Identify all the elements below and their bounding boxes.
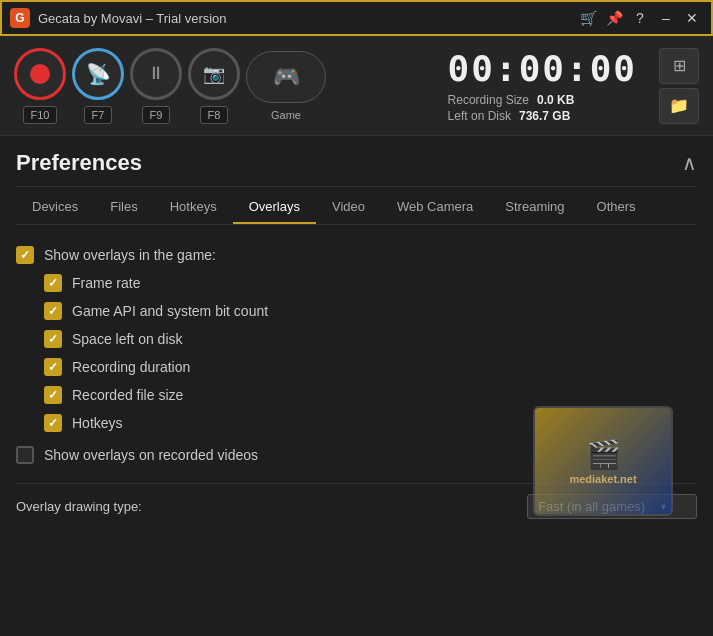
game-api-checkbox[interactable] xyxy=(44,302,62,320)
cart-button[interactable]: 🛒 xyxy=(577,7,599,29)
hotkeys-label: Hotkeys xyxy=(72,415,123,431)
pause-group: ⏸ F9 xyxy=(130,48,182,124)
overlay-settings: Show overlays in the game: Frame rate Ga… xyxy=(16,225,697,479)
preferences-header: Preferences ∧ xyxy=(16,136,697,187)
frame-rate-checkbox[interactable] xyxy=(44,274,62,292)
tab-others[interactable]: Others xyxy=(581,191,652,224)
screenshot-group: 📷 F8 xyxy=(188,48,240,124)
tab-video[interactable]: Video xyxy=(316,191,381,224)
screenshot-key: F8 xyxy=(200,106,229,124)
game-toggle-button[interactable]: 🎮 xyxy=(246,51,326,103)
pause-key: F9 xyxy=(142,106,171,124)
pause-icon: ⏸ xyxy=(147,63,165,84)
rec-duration-checkbox[interactable] xyxy=(44,358,62,376)
capture-icon: ⊞ xyxy=(673,56,686,75)
show-on-recorded-label: Show overlays on recorded videos xyxy=(44,447,258,463)
space-disk-checkbox[interactable] xyxy=(44,330,62,348)
hotkeys-row: Hotkeys xyxy=(16,409,697,437)
app-window: G Gecata by Movavi – Trial version 🛒 📌 ?… xyxy=(0,0,713,636)
left-on-disk-row: Left on Disk 736.7 GB xyxy=(448,109,575,123)
tab-streaming[interactable]: Streaming xyxy=(489,191,580,224)
timer-meta: Recording Size 0.0 KB Left on Disk 736.7… xyxy=(448,93,575,123)
overlay-type-value: Fast (in all games) xyxy=(538,499,645,514)
show-on-recorded-checkbox[interactable] xyxy=(16,446,34,464)
rec-duration-label: Recording duration xyxy=(72,359,190,375)
preferences-title: Preferences xyxy=(16,150,142,176)
folder-icon: 📁 xyxy=(669,96,689,115)
tab-devices[interactable]: Devices xyxy=(16,191,94,224)
stream-button[interactable]: 📡 xyxy=(72,48,124,100)
rec-filesize-label: Recorded file size xyxy=(72,387,183,403)
side-buttons: ⊞ 📁 xyxy=(659,48,699,124)
game-api-row: Game API and system bit count xyxy=(16,297,697,325)
tab-webcamera[interactable]: Web Camera xyxy=(381,191,489,224)
show-on-recorded-row: Show overlays on recorded videos xyxy=(16,441,697,469)
pin-button[interactable]: 📌 xyxy=(603,7,625,29)
capture-mode-button[interactable]: ⊞ xyxy=(659,48,699,84)
space-disk-row: Space left on disk xyxy=(16,325,697,353)
space-disk-label: Space left on disk xyxy=(72,331,183,347)
overlay-type-label: Overlay drawing type: xyxy=(16,499,142,514)
record-button[interactable] xyxy=(14,48,66,100)
close-button[interactable]: ✕ xyxy=(681,7,703,29)
timer-area: 00:00:00 Recording Size 0.0 KB Left on D… xyxy=(448,48,637,123)
tab-hotkeys[interactable]: Hotkeys xyxy=(154,191,233,224)
tab-overlays[interactable]: Overlays xyxy=(233,191,316,224)
game-icon: 🎮 xyxy=(273,64,300,90)
record-group: F10 xyxy=(14,48,66,124)
rec-filesize-row: Recorded file size xyxy=(16,381,697,409)
tabs-bar: Devices Files Hotkeys Overlays Video Web… xyxy=(16,187,697,225)
rec-filesize-checkbox[interactable] xyxy=(44,386,62,404)
recording-size-value: 0.0 KB xyxy=(537,93,574,107)
screenshot-button[interactable]: 📷 xyxy=(188,48,240,100)
stream-group: 📡 F7 xyxy=(72,48,124,124)
pause-button[interactable]: ⏸ xyxy=(130,48,182,100)
toolbar: F10 📡 F7 ⏸ F9 📷 F8 🎮 xyxy=(0,36,713,136)
app-icon: G xyxy=(10,8,30,28)
timer-display: 00:00:00 xyxy=(448,48,637,89)
show-in-game-row: Show overlays in the game: xyxy=(16,241,697,269)
overlay-type-dropdown[interactable]: Fast (in all games) xyxy=(527,494,697,519)
content-area: Preferences ∧ Devices Files Hotkeys Over… xyxy=(0,136,713,636)
show-in-game-checkbox[interactable] xyxy=(16,246,34,264)
stream-key: F7 xyxy=(84,106,113,124)
game-api-label: Game API and system bit count xyxy=(72,303,268,319)
recording-size-row: Recording Size 0.0 KB xyxy=(448,93,575,107)
left-on-disk-value: 736.7 GB xyxy=(519,109,570,123)
rec-duration-row: Recording duration xyxy=(16,353,697,381)
collapse-button[interactable]: ∧ xyxy=(682,151,697,175)
tab-files[interactable]: Files xyxy=(94,191,153,224)
hotkeys-checkbox[interactable] xyxy=(44,414,62,432)
record-key: F10 xyxy=(23,106,58,124)
game-label: Game xyxy=(271,109,301,121)
minimize-button[interactable]: – xyxy=(655,7,677,29)
frame-rate-row: Frame rate xyxy=(16,269,697,297)
help-button[interactable]: ? xyxy=(629,7,651,29)
window-controls: 🛒 📌 ? – ✕ xyxy=(577,7,703,29)
game-group: 🎮 Game xyxy=(246,51,326,121)
frame-rate-label: Frame rate xyxy=(72,275,140,291)
stream-icon: 📡 xyxy=(86,62,111,86)
recording-size-label: Recording Size xyxy=(448,93,529,107)
app-title: Gecata by Movavi – Trial version xyxy=(38,11,577,26)
show-in-game-label: Show overlays in the game: xyxy=(44,247,216,263)
record-icon xyxy=(30,64,50,84)
left-on-disk-label: Left on Disk xyxy=(448,109,511,123)
title-bar: G Gecata by Movavi – Trial version 🛒 📌 ?… xyxy=(0,0,713,36)
overlay-type-row: Overlay drawing type: Fast (in all games… xyxy=(16,483,697,523)
screenshot-icon: 📷 xyxy=(203,63,225,85)
folder-button[interactable]: 📁 xyxy=(659,88,699,124)
